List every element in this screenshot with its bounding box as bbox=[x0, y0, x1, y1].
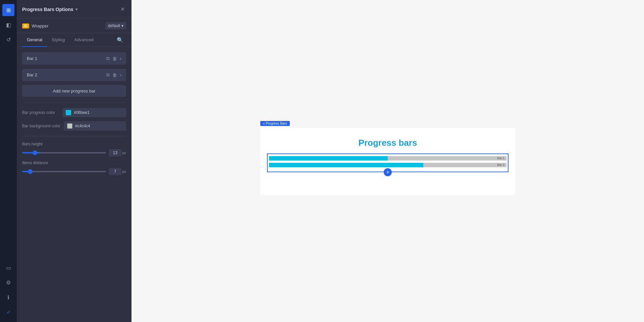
progress-bar-row-1: Bar 1 bbox=[269, 156, 506, 160]
bar-progress-color-input[interactable]: #06bee1 bbox=[62, 108, 126, 117]
wrapper-select-value: default bbox=[108, 23, 120, 28]
canvas-title: Progress bars bbox=[359, 138, 417, 148]
bar-item-2[interactable]: Bar 2 ⧉ 🗑 › bbox=[22, 69, 126, 81]
bars-height-field: Bars height px bbox=[22, 142, 126, 156]
panel-content: Bar 1 ⧉ 🗑 › Bar 2 ⧉ 🗑 › Add new progress… bbox=[17, 47, 131, 181]
progress-bars-widget: Bar 1 Bar 2 + bbox=[267, 153, 508, 172]
items-distance-slider-row: px bbox=[22, 168, 126, 175]
bar-2-fill bbox=[269, 163, 423, 167]
bar-1-fill bbox=[269, 156, 388, 160]
bar-1-actions: ⧉ 🗑 › bbox=[106, 56, 121, 61]
sliders-icon[interactable]: ⚙ bbox=[2, 276, 14, 288]
bar-background-color-hex: #c4c4c4 bbox=[75, 124, 90, 128]
bar-background-color-input[interactable]: #c4c4c4 bbox=[64, 121, 126, 131]
bar-2-copy-icon[interactable]: ⧉ bbox=[106, 72, 110, 78]
bar-2-expand-icon[interactable]: › bbox=[120, 72, 121, 78]
progress-bars-tag[interactable]: « Progress Bars bbox=[260, 121, 290, 126]
history-icon[interactable]: ↺ bbox=[2, 34, 14, 46]
tab-advanced[interactable]: Advanced bbox=[69, 33, 98, 47]
bars-height-label: Bars height bbox=[22, 142, 126, 146]
panel-header: Progress Bars Options ▾ ✕ bbox=[17, 0, 131, 19]
wrapper-select[interactable]: default ▾ bbox=[105, 22, 126, 29]
wrapper-label: Wrapper bbox=[32, 23, 103, 28]
bar-progress-color-field: Bar progress color #06bee1 bbox=[22, 108, 126, 117]
bar-2-canvas-label: Bar 2 bbox=[497, 163, 504, 167]
wrapper-badge: ID bbox=[22, 23, 29, 28]
bar-1-track: Bar 1 bbox=[269, 156, 506, 160]
bar-2-actions: ⧉ 🗑 › bbox=[106, 72, 121, 78]
add-bar-canvas-button[interactable]: + bbox=[384, 168, 392, 176]
bars-height-value-box: px bbox=[109, 149, 126, 156]
bars-height-slider[interactable] bbox=[22, 152, 106, 153]
canvas-inner: « Progress Bars Progress bars Bar 1 Bar … bbox=[260, 128, 515, 195]
section-divider-1 bbox=[22, 102, 126, 103]
add-new-progress-bar-button[interactable]: Add new progress bar bbox=[22, 85, 126, 97]
bar-background-color-field: Bar background color #c4c4c4 bbox=[22, 121, 126, 131]
panel-title-chevron[interactable]: ▾ bbox=[75, 7, 77, 12]
bar-progress-color-hex: #06bee1 bbox=[74, 110, 90, 115]
items-distance-slider[interactable] bbox=[22, 171, 106, 172]
bar-background-color-label: Bar background color bbox=[22, 124, 60, 128]
bars-height-input[interactable] bbox=[109, 149, 121, 156]
bar-2-label: Bar 2 bbox=[27, 72, 106, 77]
bar-background-color-swatch bbox=[67, 123, 72, 129]
progress-bar-row-2: Bar 2 bbox=[269, 163, 506, 167]
tab-styling[interactable]: Styling bbox=[47, 33, 69, 47]
search-icon[interactable]: 🔍 bbox=[114, 34, 126, 46]
tabs-row: General Styling Advanced 🔍 bbox=[17, 33, 131, 47]
items-distance-field: Items distance px bbox=[22, 160, 126, 175]
bars-height-unit: px bbox=[122, 151, 126, 155]
wrapper-row: ID Wrapper default ▾ bbox=[17, 19, 131, 33]
items-distance-value-box: px bbox=[109, 168, 126, 175]
bar-1-delete-icon[interactable]: 🗑 bbox=[112, 56, 117, 61]
items-distance-label: Items distance bbox=[22, 160, 126, 165]
panel-title: Progress Bars Options bbox=[22, 7, 73, 12]
monitor-icon[interactable]: ▭ bbox=[2, 262, 14, 274]
grid-icon[interactable]: ⊞ bbox=[2, 4, 14, 16]
bar-1-copy-icon[interactable]: ⧉ bbox=[106, 56, 110, 61]
panel-close-button[interactable]: ✕ bbox=[119, 5, 126, 14]
check-icon[interactable]: ✓ bbox=[2, 306, 14, 318]
bar-progress-color-swatch bbox=[66, 110, 71, 115]
wrapper-select-chevron: ▾ bbox=[121, 23, 123, 28]
bar-1-label: Bar 1 bbox=[27, 56, 106, 61]
tab-general[interactable]: General bbox=[22, 33, 47, 47]
icon-sidebar: ⊞ ◧ ↺ ▭ ⚙ ℹ ✓ bbox=[0, 0, 17, 322]
items-distance-unit: px bbox=[122, 170, 126, 174]
options-panel: Progress Bars Options ▾ ✕ ID Wrapper def… bbox=[17, 0, 131, 322]
items-distance-input[interactable] bbox=[109, 168, 121, 175]
bar-1-expand-icon[interactable]: › bbox=[120, 56, 121, 61]
info-icon[interactable]: ℹ bbox=[2, 291, 14, 303]
canvas-area: « Progress Bars Progress bars Bar 1 Bar … bbox=[131, 0, 644, 322]
bar-1-canvas-label: Bar 1 bbox=[497, 156, 504, 160]
layers-icon[interactable]: ◧ bbox=[2, 19, 14, 31]
bar-2-track: Bar 2 bbox=[269, 163, 506, 167]
bar-progress-color-label: Bar progress color bbox=[22, 110, 59, 115]
panel-title-row: Progress Bars Options ▾ bbox=[22, 7, 77, 12]
bar-item-1[interactable]: Bar 1 ⧉ 🗑 › bbox=[22, 52, 126, 65]
section-divider-2 bbox=[22, 136, 126, 136]
bar-2-delete-icon[interactable]: 🗑 bbox=[112, 72, 117, 78]
bars-height-slider-row: px bbox=[22, 149, 126, 156]
